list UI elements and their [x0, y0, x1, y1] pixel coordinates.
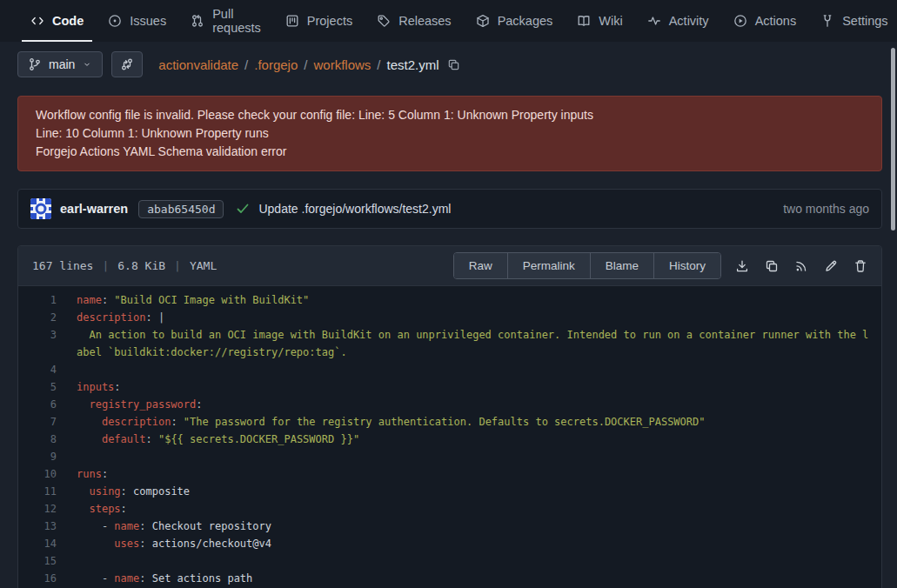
tab-settings[interactable]: Settings — [808, 0, 897, 42]
code-text: - name: Set actions path — [57, 570, 881, 587]
tab-pull-requests[interactable]: Pull requests — [178, 0, 273, 42]
line-number[interactable]: 2 — [18, 309, 57, 326]
code-text: using: composite — [57, 483, 881, 500]
branch-name: main — [49, 57, 75, 71]
settings-icon — [820, 14, 834, 28]
code-line: 11 using: composite — [18, 483, 881, 500]
rss-icon[interactable] — [791, 256, 812, 277]
line-number[interactable]: 16 — [18, 570, 57, 587]
delete-icon[interactable] — [850, 256, 871, 277]
line-number[interactable]: 1 — [18, 291, 57, 309]
code-line: 6 registry_password: — [18, 396, 881, 413]
code-text — [57, 361, 881, 378]
line-number[interactable]: 12 — [18, 500, 57, 518]
copy-icon[interactable] — [761, 256, 782, 277]
code-view: 1name: "Build OCI Image with BuildKit"2d… — [18, 286, 881, 588]
tab-releases[interactable]: Releases — [365, 0, 463, 42]
code-line: 8 default: "${{ secrets.DOCKER_PASSWORD … — [18, 431, 881, 448]
releases-icon — [377, 14, 391, 28]
breadcrumb: actionvalidate/.forgejo/workflows/test2.… — [158, 57, 459, 72]
projects-icon — [285, 14, 299, 28]
tab-wiki[interactable]: Wiki — [565, 0, 634, 42]
code-line: 16 - name: Set actions path — [18, 570, 881, 587]
file-action-icons — [732, 256, 871, 277]
file-language: YAML — [190, 259, 217, 272]
commit-message[interactable]: Update .forgejo/workflows/test2.yml — [258, 202, 451, 216]
code-line: 4 — [18, 361, 881, 378]
code-icon — [30, 14, 44, 28]
code-line: 15 — [18, 552, 881, 570]
code-text: inputs: — [57, 378, 881, 396]
tab-label: Code — [52, 14, 84, 28]
branch-selector-button[interactable]: main — [17, 51, 103, 77]
code-line: 10runs: — [18, 465, 881, 483]
line-number[interactable]: 10 — [18, 465, 57, 483]
meta-divider: | — [102, 259, 109, 272]
wiki-icon — [577, 14, 591, 28]
tab-issues[interactable]: Issues — [96, 0, 178, 42]
permalink-button[interactable]: Permalink — [508, 253, 591, 278]
tab-code[interactable]: Code — [18, 0, 96, 42]
tab-label: Pull requests — [212, 7, 261, 35]
download-icon[interactable] — [732, 256, 753, 277]
tab-label: Wiki — [599, 14, 622, 28]
line-number[interactable]: 5 — [18, 378, 57, 396]
tab-label: Actions — [755, 14, 797, 28]
code-text: description: | — [57, 309, 881, 326]
avatar[interactable] — [30, 198, 51, 219]
line-number[interactable]: 13 — [18, 518, 57, 535]
line-number[interactable]: 4 — [18, 361, 57, 378]
code-text — [57, 448, 881, 465]
history-button[interactable]: History — [654, 253, 720, 278]
line-number[interactable]: 7 — [18, 413, 57, 431]
commit-author[interactable]: earl-warren — [60, 202, 128, 216]
meta-divider: | — [174, 259, 181, 272]
line-number[interactable]: 3 — [18, 326, 57, 361]
line-number[interactable]: 11 — [18, 483, 57, 500]
tab-label: Packages — [498, 14, 553, 28]
tab-activity[interactable]: Activity — [635, 0, 721, 42]
tab-label: Issues — [130, 14, 166, 28]
breadcrumb-separator: / — [377, 57, 380, 72]
breadcrumb-current-file: test2.yml — [387, 57, 439, 72]
code-text: registry_password: — [57, 396, 881, 413]
code-text: An action to build an OCI image with Bui… — [57, 326, 881, 361]
blame-button[interactable]: Blame — [591, 253, 654, 278]
breadcrumb-link[interactable]: actionvalidate — [158, 57, 238, 72]
workflow-error-banner: Workflow config file is invalid. Please … — [17, 96, 882, 171]
code-text: runs: — [57, 465, 881, 483]
edit-icon[interactable] — [820, 256, 841, 277]
actions-icon — [733, 14, 747, 28]
line-number[interactable]: 14 — [18, 535, 57, 552]
code-text: default: "${{ secrets.DOCKER_PASSWORD }}… — [57, 431, 881, 448]
code-line: 5inputs: — [18, 378, 881, 396]
error-line: Workflow config file is invalid. Please … — [36, 106, 864, 124]
branch-bar: main actionvalidate/.forgejo/workflows/t… — [0, 42, 897, 87]
line-number[interactable]: 8 — [18, 431, 57, 448]
code-line: 13 - name: Checkout repository — [18, 518, 881, 535]
raw-button[interactable]: Raw — [454, 253, 508, 278]
code-line: 14 uses: actions/checkout@v4 — [18, 535, 881, 552]
compare-button[interactable] — [111, 51, 143, 77]
tab-packages[interactable]: Packages — [464, 0, 566, 42]
breadcrumb-separator: / — [304, 57, 307, 72]
breadcrumb-link[interactable]: .forgejo — [254, 57, 298, 72]
commit-status-check-icon[interactable] — [236, 202, 250, 216]
chevron-down-icon — [82, 59, 92, 70]
file-line-count: 167 lines — [32, 259, 93, 272]
code-line: 9 — [18, 448, 881, 465]
scrollbar-thumb[interactable] — [891, 48, 895, 231]
line-number[interactable]: 6 — [18, 396, 57, 413]
copy-path-icon[interactable] — [447, 58, 460, 71]
tab-projects[interactable]: Projects — [273, 0, 365, 42]
error-line: Forgejo Actions YAML Schema validation e… — [36, 143, 864, 161]
line-number[interactable]: 15 — [18, 552, 57, 570]
breadcrumb-link[interactable]: workflows — [313, 57, 371, 72]
commit-hash[interactable]: abab65450d — [138, 200, 224, 218]
tab-actions[interactable]: Actions — [721, 0, 809, 42]
repo-tab-bar: CodeIssuesPull requestsProjectsReleasesP… — [0, 0, 897, 42]
tab-label: Projects — [307, 14, 352, 28]
tab-label: Releases — [398, 14, 451, 28]
line-number[interactable]: 9 — [18, 448, 57, 465]
code-text: - name: Checkout repository — [57, 518, 881, 535]
